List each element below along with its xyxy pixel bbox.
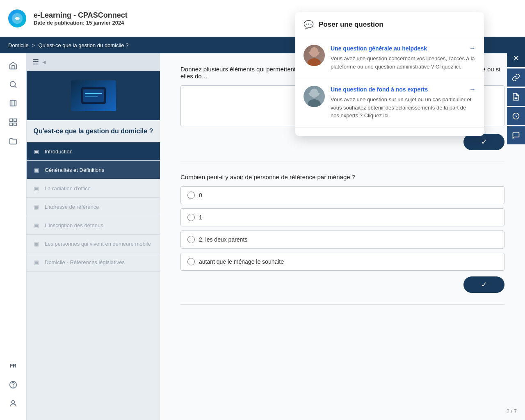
- popup-option-1-desc: Vous avez une question concernant vos li…: [331, 55, 476, 71]
- svg-rect-4: [10, 123, 12, 126]
- nav-item-label: Domicile - Références législatives: [45, 259, 125, 265]
- arrow-icon-1: →: [469, 45, 476, 52]
- nav-item-icon: ▣: [32, 147, 41, 155]
- radio-input-2[interactable]: [187, 236, 195, 243]
- svg-rect-3: [14, 119, 16, 121]
- popup-title: Poser une question: [319, 21, 383, 29]
- app-title-block: e-Learning - CPASConnect Date de publica…: [34, 11, 128, 26]
- radio-label-0: 0: [199, 192, 202, 199]
- link-button-2[interactable]: [507, 107, 525, 125]
- icon-sidebar-bottom: FR: [5, 358, 21, 412]
- radio-input-1[interactable]: [187, 214, 195, 221]
- nav-item-icon: ▣: [32, 166, 41, 174]
- svg-point-8: [11, 401, 14, 404]
- arrow-icon-2: →: [469, 86, 476, 93]
- popup-option-2-title: Une question de fond à nos experts →: [331, 86, 476, 93]
- breadcrumb-home[interactable]: Domicile: [8, 42, 29, 48]
- nav-item-label: Les personnes qui vivent en demeure mobi…: [45, 241, 151, 247]
- svg-point-1: [10, 82, 16, 87]
- collapse-button[interactable]: ☰ ◀: [27, 53, 160, 71]
- radio-option-autant[interactable]: autant que le ménage le souhaite: [180, 253, 504, 271]
- radio-option-2[interactable]: 2, les deux parents: [180, 231, 504, 249]
- course-sidebar: ☰ ◀ Qu'est-ce que la gestion du domicile…: [27, 53, 160, 420]
- check-btn-1: ✓: [180, 134, 504, 150]
- popup-header-icon: 💬: [304, 20, 314, 30]
- sidebar-icon-home[interactable]: [5, 57, 21, 74]
- logo[interactable]: [8, 9, 26, 27]
- close-icon: ✕: [513, 54, 519, 63]
- breadcrumb-sep: >: [32, 42, 35, 48]
- radio-option-0[interactable]: 0: [180, 186, 504, 204]
- radio-option-1[interactable]: 1: [180, 208, 504, 226]
- popup-option-helpdesk[interactable]: Une question générale au helpdesk → Vous…: [295, 37, 484, 78]
- svg-point-17: [308, 99, 321, 107]
- popup-option-2-content: Une question de fond à nos experts → Vou…: [331, 86, 476, 120]
- sidebar-icon-user[interactable]: [5, 395, 21, 412]
- nav-item-label: L'inscription des détenus: [45, 222, 103, 228]
- radio-label-1: 1: [199, 214, 202, 221]
- question-text-2: Combien peut-il y avoir de personne de r…: [180, 173, 504, 180]
- breadcrumb-current: Qu'est-ce que la gestion du domicile ?: [38, 42, 128, 48]
- nav-item-label: L'adresse de référence: [45, 204, 99, 210]
- popup-option-1-content: Une question générale au helpdesk → Vous…: [331, 45, 476, 71]
- check-button-1[interactable]: ✓: [463, 134, 504, 150]
- popup-option-1-title: Une question générale au helpdesk →: [331, 45, 476, 52]
- nav-item-icon: ▣: [32, 258, 41, 266]
- svg-rect-5: [14, 123, 16, 126]
- nav-item-label: Introduction: [45, 148, 73, 155]
- close-panel-button[interactable]: ✕: [507, 49, 525, 67]
- course-thumbnail-inner: [71, 80, 116, 111]
- chat-button[interactable]: [507, 126, 525, 144]
- nav-item-introduction[interactable]: ▣ Introduction: [27, 142, 160, 161]
- svg-point-15: [308, 58, 321, 66]
- check-button-2[interactable]: ✓: [463, 276, 504, 293]
- sidebar-icon-lang[interactable]: FR: [5, 358, 21, 374]
- nav-item-references: ▣ Domicile - Références législatives: [27, 253, 160, 272]
- question-block-2: Combien peut-il y avoir de personne de r…: [180, 173, 504, 305]
- right-float-icons: ✕: [507, 49, 525, 144]
- doc-button[interactable]: [507, 88, 525, 106]
- nav-item-icon: ▣: [32, 203, 41, 211]
- sidebar-icon-library[interactable]: [5, 95, 21, 112]
- ask-question-popup: 💬 Poser une question Une question généra…: [295, 12, 484, 136]
- nav-item-icon: ▣: [32, 221, 41, 229]
- course-thumbnail: [27, 71, 160, 120]
- nav-item-mobile: ▣ Les personnes qui vivent en demeure mo…: [27, 235, 160, 253]
- popup-option-experts[interactable]: Une question de fond à nos experts → Vou…: [295, 78, 484, 128]
- pub-date: Date de publication: 15 janvier 2024: [34, 20, 128, 26]
- icon-sidebar: FR: [0, 53, 27, 420]
- popup-option-2-desc: Vous avez une question sur un sujet ou u…: [331, 96, 476, 120]
- radio-label-2: 2, les deux parents: [199, 236, 247, 243]
- link-button-1[interactable]: [507, 68, 525, 87]
- sidebar-icon-grid[interactable]: [5, 114, 21, 130]
- nav-item-adresse: ▣ L'adresse de référence: [27, 198, 160, 216]
- icon-sidebar-top: [5, 57, 21, 149]
- nav-item-generalites[interactable]: ▣ Généralités et Définitions: [27, 161, 160, 179]
- check-icon-2: ✓: [481, 280, 487, 289]
- radio-input-autant[interactable]: [187, 258, 195, 265]
- nav-item-label: La radiation d'office: [45, 185, 91, 192]
- nav-item-radiation: ▣ La radiation d'office: [27, 179, 160, 198]
- svg-rect-10: [83, 89, 104, 102]
- radio-label-autant: autant que le ménage le souhaite: [199, 258, 284, 265]
- sidebar-icon-search[interactable]: [5, 76, 21, 93]
- radio-input-0[interactable]: [187, 192, 195, 199]
- sidebar-icon-folder[interactable]: [5, 133, 21, 149]
- popup-header: 💬 Poser une question: [295, 12, 484, 37]
- check-icon-1: ✓: [481, 137, 487, 146]
- course-title: Qu'est-ce que la gestion du domicile ?: [32, 127, 154, 136]
- page-counter: 2 / 7: [507, 408, 517, 414]
- check-btn-2: ✓: [180, 276, 504, 293]
- sidebar-icon-help[interactable]: [5, 377, 21, 393]
- app-name: e-Learning - CPASConnect: [34, 11, 128, 20]
- nav-item-icon: ▣: [32, 184, 41, 192]
- nav-item-detenus: ▣ L'inscription des détenus: [27, 216, 160, 235]
- nav-item-label: Généralités et Définitions: [45, 167, 104, 173]
- nav-item-icon: ▣: [32, 240, 41, 248]
- popup-avatar-2: [304, 86, 325, 107]
- svg-rect-2: [10, 119, 12, 121]
- course-title-box: Qu'est-ce que la gestion du domicile ?: [27, 120, 160, 142]
- popup-avatar-1: [304, 45, 325, 66]
- svg-point-7: [13, 387, 14, 387]
